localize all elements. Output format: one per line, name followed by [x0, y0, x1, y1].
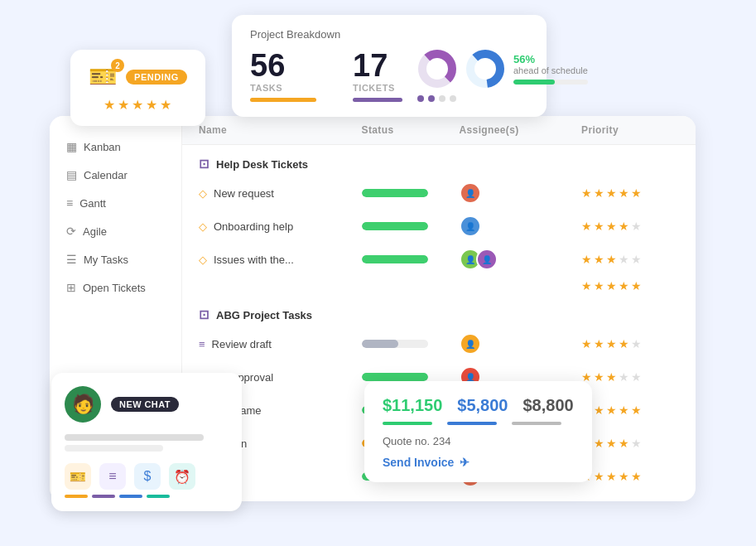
- chat-icon-alarm[interactable]: ⏰: [169, 463, 195, 490]
- chat-line-2: [65, 445, 163, 452]
- invoice-card: $11,150 $5,800 $8,800 Quote no. 234 Send…: [364, 381, 592, 482]
- col-priority: Priority: [581, 124, 679, 136]
- sidebar-label-mytasks: My Tasks: [84, 254, 128, 266]
- row-name: ◇ Onboarding help: [199, 220, 362, 233]
- invoice-amount-2: $5,800: [457, 396, 508, 415]
- gantt-icon: ≡: [66, 196, 73, 210]
- sidebar-label-agile: Agile: [83, 225, 107, 238]
- chat-footer: 🎫 ≡ $ ⏰: [65, 463, 229, 490]
- schedule-label: ahead of schedule: [513, 65, 588, 75]
- footer-bar-2: [92, 495, 115, 498]
- sidebar-item-calendar[interactable]: ▤ Calendar: [50, 161, 181, 189]
- chat-avatar: 🧑: [65, 386, 101, 423]
- assignees-cell: 👤: [460, 182, 581, 204]
- chat-footer-bars: [65, 495, 229, 498]
- inv-bar-1: [383, 422, 432, 425]
- sidebar-item-agile[interactable]: ⟳ Agile: [50, 217, 181, 245]
- dot-3: [439, 95, 445, 102]
- schedule-percent: 56%: [513, 53, 588, 65]
- table-row[interactable]: ◇ Issues with the... 👤 👤 ★★★★★: [182, 243, 696, 276]
- priority-cell: ★★★★★: [581, 403, 679, 417]
- chat-lines: [65, 434, 229, 452]
- table-header: Name Status Assignee(s) Priority: [182, 116, 696, 145]
- invoice-bars: [383, 422, 574, 425]
- chat-icon-invoice[interactable]: $: [134, 463, 161, 490]
- table-row[interactable]: ◇ Onboarding help 👤 ★★★★★: [182, 210, 696, 243]
- ticket-badge: 2: [111, 59, 124, 72]
- schedule-info: 56% ahead of schedule: [513, 53, 588, 85]
- pie-chart-1: [417, 49, 457, 89]
- tickets-count: 17: [353, 50, 402, 81]
- breakdown-card: Project Breakdown 56 TASKS 17 TICKETS: [232, 15, 547, 117]
- sidebar-item-kanban[interactable]: ▦ Kanban: [50, 133, 181, 161]
- inv-bar-3: [512, 422, 561, 425]
- avatar: 👤: [460, 333, 481, 355]
- invoice-amount-3: $8,800: [522, 396, 573, 415]
- avatar-emoji: 🧑: [72, 394, 94, 415]
- tickets-stat: 17 TICKETS: [353, 50, 402, 102]
- breakdown-schedule: 56% ahead of schedule: [417, 49, 588, 102]
- agile-icon: ⟳: [66, 225, 76, 238]
- send-invoice-label: Send Invoice: [383, 456, 454, 469]
- col-name: Name: [199, 124, 362, 136]
- pending-top: 🎫 2 PENDING: [89, 63, 187, 90]
- section-abg-title: ABG Project Tasks: [216, 309, 312, 321]
- priority-cell: ★★★★★: [581, 337, 679, 350]
- send-icon: ✈: [460, 456, 469, 469]
- calendar-icon: ▤: [66, 168, 77, 181]
- sidebar-label-calendar: Calendar: [84, 169, 128, 181]
- row-name: ◇ Issues with the...: [199, 254, 362, 266]
- table-row[interactable]: ◇ New request 👤 ★★★★★: [182, 176, 696, 210]
- assignees-cell: 👤: [460, 333, 581, 355]
- breakdown-title: Project Breakdown: [250, 28, 528, 41]
- pending-stars: ★ ★ ★ ★ ★: [104, 97, 171, 113]
- mytasks-icon: ☰: [66, 253, 77, 266]
- pending-badge: PENDING: [126, 70, 187, 85]
- table-row[interactable]: ≡ Review draft 👤 ★★★★★: [182, 327, 696, 360]
- section-abg: ⊡ ABG Project Tasks: [182, 296, 696, 327]
- inv-bar-2: [447, 422, 497, 425]
- avatar: 👤: [476, 249, 498, 270]
- dot-2: [428, 95, 435, 102]
- sidebar-item-mytasks[interactable]: ☰ My Tasks: [50, 245, 181, 273]
- assignees-cell: 👤 👤: [460, 249, 581, 270]
- chat-line-1: [65, 434, 204, 441]
- tickets-label: TICKETS: [353, 83, 402, 93]
- dot-4: [450, 95, 456, 102]
- row-label: New request: [214, 187, 274, 200]
- pending-card: 🎫 2 PENDING ★ ★ ★ ★ ★: [70, 50, 205, 126]
- row-label: Onboarding help: [214, 220, 293, 233]
- footer-bar-1: [65, 495, 88, 498]
- priority-cell: ★★★★★: [581, 370, 679, 384]
- helpdesk-icon: ⊡: [199, 157, 209, 172]
- sidebar-label-gantt: Gantt: [79, 197, 106, 210]
- priority-cell: ★★★★★: [581, 186, 679, 200]
- abg-icon: ⊡: [199, 307, 209, 322]
- status-cell: [362, 340, 460, 348]
- kanban-icon: ▦: [66, 140, 77, 153]
- tasks-stat: 56 TASKS: [250, 50, 316, 102]
- sidebar-label-opentickets: Open Tickets: [83, 282, 146, 294]
- sidebar-item-opentickets[interactable]: ⊞ Open Tickets: [50, 273, 181, 302]
- priority-cell: ★★★★★: [581, 437, 679, 450]
- priority-cell: ★★★★★: [581, 470, 679, 483]
- chat-icon-ticket[interactable]: 🎫: [65, 463, 91, 490]
- invoice-amount-1: $11,150: [383, 396, 442, 415]
- row-label: Review draft: [212, 338, 272, 350]
- status-cell: [362, 255, 460, 263]
- chat-icon-tasks[interactable]: ≡: [99, 463, 126, 490]
- chat-header: 🧑 NEW CHAT: [65, 386, 229, 423]
- avatar: 👤: [460, 215, 481, 237]
- row-name: ◇ New request: [199, 187, 362, 200]
- send-invoice-button[interactable]: Send Invoice ✈: [383, 456, 469, 469]
- section-helpdesk-title: Help Desk Tickets: [216, 158, 308, 171]
- dot-1: [417, 95, 424, 102]
- avatar: 👤: [460, 182, 481, 204]
- status-cell: [362, 373, 460, 381]
- ticket-row-icon: ◇: [199, 254, 207, 266]
- chat-card: 🧑 NEW CHAT 🎫 ≡ $ ⏰: [51, 373, 242, 511]
- ticket-icon-wrap: 🎫 2: [89, 63, 118, 90]
- tasks-label: TASKS: [250, 83, 316, 93]
- sidebar-item-gantt[interactable]: ≡ Gantt: [50, 189, 181, 217]
- row-label: Issues with the...: [214, 254, 294, 266]
